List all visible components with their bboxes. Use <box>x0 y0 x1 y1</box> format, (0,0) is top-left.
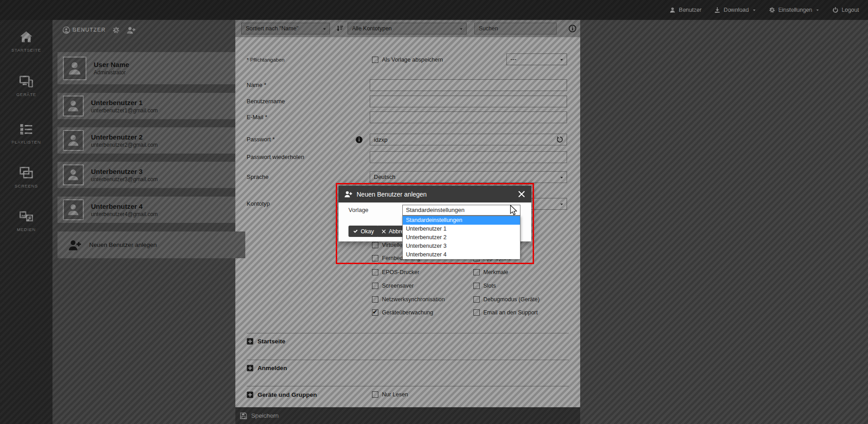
chevron-down-icon <box>559 58 564 62</box>
account-type-filter-select[interactable]: Alle Kontotypen <box>348 23 467 34</box>
checkbox-netzwerksynchronisation[interactable] <box>372 296 378 303</box>
sidebar-item-medien[interactable]: MEDIEN <box>0 210 52 243</box>
checkbox-geraeteueberwachung[interactable] <box>372 309 378 316</box>
checkbox-nur-lesen[interactable] <box>372 391 378 398</box>
chevron-down-icon <box>559 202 564 207</box>
save-label: Speichern <box>251 412 279 419</box>
user-list-item[interactable]: Unterbenutzer 1 unterbenutzer1@gmail.com <box>57 93 235 119</box>
language-select[interactable]: Deutsch <box>370 171 567 183</box>
topbar-benutzer[interactable]: Benutzer <box>669 7 701 13</box>
language-label: Sprache <box>247 171 268 183</box>
x-icon <box>382 229 386 234</box>
user-list-item[interactable]: Unterbenutzer 3 unterbenutzer3@gmail.com <box>57 162 235 188</box>
panel-add-user-icon[interactable] <box>127 26 135 34</box>
vorlage-select-value: Standardeinstellungen <box>406 207 464 213</box>
permission-label: Netzwerksynchronisation <box>382 296 445 303</box>
sort-select[interactable]: Sortiert nach "Name" <box>241 23 330 34</box>
dropdown-option[interactable]: Unterbenutzer 1 <box>403 225 520 233</box>
topbar-logout[interactable]: Logout <box>832 7 859 13</box>
sort-direction-icon[interactable] <box>336 25 343 32</box>
dropdown-option[interactable]: Unterbenutzer 3 <box>403 242 520 251</box>
name-input[interactable] <box>370 79 567 91</box>
sidebar-label: GERÄTE <box>16 92 36 97</box>
sidebar-item-screens[interactable]: SCREENS <box>0 166 52 200</box>
mouse-cursor <box>510 205 518 216</box>
content-header: Sortiert nach "Name" Alle Kontotypen <box>235 20 580 37</box>
user-subtitle: Administrator <box>94 69 129 76</box>
chevron-down-icon <box>459 27 463 31</box>
password-generate-icon[interactable] <box>556 136 563 143</box>
user-list-item[interactable]: Unterbenutzer 2 unterbenutzer2@gmail.com <box>57 127 235 154</box>
person-icon <box>67 134 80 147</box>
checkbox-merkmale[interactable] <box>473 269 480 275</box>
user-list-item[interactable]: Unterbenutzer 4 unterbenutzer4@gmail.com <box>57 197 235 223</box>
checkbox-debugmodus[interactable] <box>473 296 480 303</box>
search-input[interactable] <box>474 23 557 34</box>
user-name: Unterbenutzer 1 <box>91 99 158 106</box>
section-anmelden[interactable]: Anmelden <box>247 364 287 372</box>
permission-label: Screensaver <box>382 283 414 289</box>
vorlage-select[interactable]: Standardeinstellungen <box>402 205 520 216</box>
section-label: Startseite <box>258 338 286 345</box>
devices-icon <box>19 75 33 88</box>
avatar <box>63 57 86 80</box>
divider <box>247 360 569 360</box>
checkbox-slots[interactable] <box>473 283 480 289</box>
checkbox-virtuelle-geraete[interactable] <box>372 242 378 248</box>
download-icon <box>714 7 720 13</box>
password-input[interactable] <box>370 134 567 145</box>
save-icon <box>240 412 247 419</box>
user-list-item[interactable]: User Name Administrator <box>57 52 235 84</box>
email-input[interactable] <box>370 111 567 123</box>
user-name: Unterbenutzer 4 <box>91 202 158 210</box>
avatar <box>63 164 84 185</box>
person-icon <box>67 168 80 181</box>
checkbox-epos-drucker[interactable] <box>372 269 378 275</box>
chevron-down-icon <box>322 27 327 31</box>
close-icon[interactable] <box>518 190 525 198</box>
template-select[interactable]: --- <box>506 53 567 65</box>
user-name: User Name <box>94 61 129 68</box>
divider <box>247 333 569 333</box>
permission-label: Debugmodus (Geräte) <box>483 296 539 303</box>
topbar-download[interactable]: Download <box>714 7 756 13</box>
panel-settings-icon[interactable] <box>112 26 120 34</box>
checkbox-email-support[interactable] <box>473 309 480 316</box>
plus-square-icon <box>247 391 253 398</box>
section-geraete-gruppen[interactable]: Geräte und Gruppen <box>247 390 317 399</box>
sidebar-item-playlisten[interactable]: PLAYLISTEN <box>0 122 52 156</box>
checkbox-fernbedienung[interactable] <box>372 255 378 261</box>
panel-title: BENUTZER <box>72 27 105 33</box>
username-input[interactable] <box>370 96 567 107</box>
password-info-icon[interactable] <box>355 136 363 144</box>
person-icon <box>67 203 80 216</box>
topbar-einstellungen[interactable]: Einstellungen <box>769 7 820 13</box>
person-icon <box>67 99 80 112</box>
vorlage-label: Vorlage <box>348 207 368 214</box>
section-label: Geräte und Gruppen <box>258 391 317 398</box>
sidebar-label: SCREENS <box>14 183 38 188</box>
user-subtitle: unterbenutzer3@gmail.com <box>91 176 158 183</box>
save-as-template-checkbox[interactable] <box>372 57 378 63</box>
sidebar-label: PLAYLISTEN <box>12 140 41 145</box>
section-startseite[interactable]: Startseite <box>247 337 286 345</box>
dropdown-option[interactable]: Standardeinstellungen <box>403 216 520 225</box>
add-user-item[interactable]: Neuen Benutzer anlegen <box>57 231 245 258</box>
sidebar-item-startseite[interactable]: STARTSEITE <box>0 30 52 64</box>
person-icon <box>67 61 82 76</box>
app-root: Benutzer Download Einstellungen Logout S… <box>0 0 868 424</box>
caret-down-icon <box>752 8 756 12</box>
user-name: Unterbenutzer 3 <box>91 168 158 175</box>
dropdown-option[interactable]: Unterbenutzer 2 <box>403 233 520 242</box>
save-button[interactable]: Speichern <box>235 407 580 424</box>
sidebar-label: STARTSEITE <box>11 48 41 53</box>
caret-down-icon <box>816 8 820 12</box>
sidebar-item-geraete[interactable]: GERÄTE <box>0 75 52 108</box>
checkbox-screensaver[interactable] <box>372 283 378 289</box>
topbar: Benutzer Download Einstellungen Logout <box>0 0 868 20</box>
okay-button[interactable]: Okay <box>348 226 378 237</box>
info-icon[interactable] <box>568 24 577 33</box>
user-subtitle: unterbenutzer4@gmail.com <box>91 211 158 217</box>
password-repeat-input[interactable] <box>370 151 567 163</box>
dropdown-option[interactable]: Unterbenutzer 4 <box>403 251 520 259</box>
